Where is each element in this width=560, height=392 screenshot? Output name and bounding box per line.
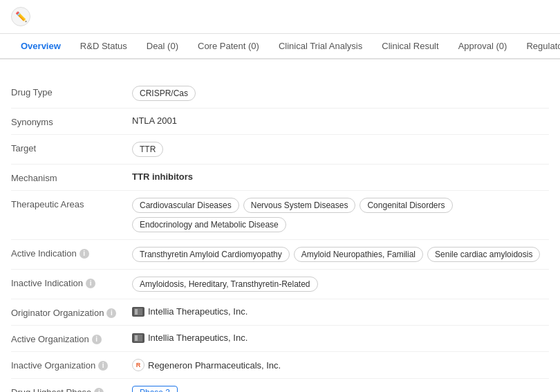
row-label: Synonyms xyxy=(11,115,132,127)
row-label: Drug Type xyxy=(11,86,132,97)
table-row: TargetTTR xyxy=(11,135,549,165)
info-icon[interactable]: i xyxy=(86,279,95,288)
row-label: Active Indicationi xyxy=(11,247,132,259)
row-label: Mechanism xyxy=(11,171,132,183)
tab-clinical-result[interactable]: Clinical Result xyxy=(372,34,448,59)
row-value: NTLA 2001 xyxy=(132,115,549,126)
organization-item[interactable]: Intellia Therapeutics, Inc. xyxy=(132,333,248,343)
tab-core-patent--0-[interactable]: Core Patent (0) xyxy=(188,34,269,59)
tab-deal--0-[interactable]: Deal (0) xyxy=(137,34,188,59)
table-row: Inactive OrganizationiRRegeneron Pharmac… xyxy=(11,352,549,379)
tag[interactable]: TTR xyxy=(132,142,163,157)
tag[interactable]: Nervous System Diseases xyxy=(243,198,356,213)
row-value: TTR xyxy=(132,142,549,157)
row-value: Intellia Therapeutics, Inc. xyxy=(132,333,549,343)
tag[interactable]: Endocrinology and Metabolic Disease xyxy=(132,217,286,232)
svg-rect-3 xyxy=(135,335,138,341)
tag[interactable]: Amyloid Neuropathies, Familial xyxy=(294,247,423,262)
org-name: Intellia Therapeutics, Inc. xyxy=(148,306,248,317)
org-name: Regeneron Pharmaceuticals, Inc. xyxy=(148,360,281,371)
row-value: Transthyretin Amyloid CardiomyopathyAmyl… xyxy=(132,247,549,262)
tab-approval--0-[interactable]: Approval (0) xyxy=(449,34,517,59)
table-row: Drug TypeCRISPR/Cas xyxy=(11,79,549,109)
table-row: Active IndicationiTransthyretin Amyloid … xyxy=(11,240,549,270)
phase-badge[interactable]: Phase 3 xyxy=(132,386,178,392)
row-label: Inactive Organizationi xyxy=(11,359,132,371)
table-row: Originator OrganizationiIntellia Therape… xyxy=(11,299,549,326)
table-row: Inactive IndicationiAmyloidosis, Heredit… xyxy=(11,270,549,299)
row-label: Target xyxy=(11,142,132,153)
organization-item[interactable]: Intellia Therapeutics, Inc. xyxy=(132,306,248,317)
info-icon[interactable]: i xyxy=(94,388,104,393)
tab-clinical-trial-analysis[interactable]: Clinical Trial Analysis xyxy=(269,34,372,59)
bold-value: TTR inhibitors xyxy=(132,171,193,182)
drug-icon: ✏️ xyxy=(11,7,30,26)
info-icon[interactable]: i xyxy=(80,249,89,259)
tab-r-d-status[interactable]: R&D Status xyxy=(71,34,137,59)
row-value: Cardiovascular DiseasesNervous System Di… xyxy=(132,198,549,232)
info-table: Drug TypeCRISPR/CasSynonymsNTLA 2001Targ… xyxy=(11,79,549,392)
table-row: Drug Highest PhaseiPhase 3 xyxy=(11,379,549,392)
svg-rect-1 xyxy=(135,309,138,315)
intellia-logo xyxy=(132,307,144,317)
page-header: ✏️ xyxy=(0,0,560,34)
org-name: Intellia Therapeutics, Inc. xyxy=(148,333,248,343)
row-value: Phase 3 xyxy=(132,386,549,392)
intellia-logo xyxy=(132,333,144,343)
table-row: Active OrganizationiIntellia Therapeutic… xyxy=(11,326,549,352)
table-row: MechanismTTR inhibitors xyxy=(11,165,549,191)
row-value: Amyloidosis, Hereditary, Transthyretin-R… xyxy=(132,277,549,292)
organization-item[interactable]: RRegeneron Pharmaceuticals, Inc. xyxy=(132,359,281,371)
tag[interactable]: Amyloidosis, Hereditary, Transthyretin-R… xyxy=(132,277,318,292)
table-row: SynonymsNTLA 2001 xyxy=(11,109,549,135)
row-label: Therapeutic Areas xyxy=(11,198,132,209)
row-value: RRegeneron Pharmaceuticals, Inc. xyxy=(132,359,549,371)
tag[interactable]: Senile cardiac amyloidosis xyxy=(427,247,540,262)
tab-overview[interactable]: Overview xyxy=(11,34,71,59)
table-row: Therapeutic AreasCardiovascular Diseases… xyxy=(11,191,549,240)
text-value: NTLA 2001 xyxy=(132,115,177,126)
row-value: CRISPR/Cas xyxy=(132,86,549,101)
row-label: Inactive Indicationi xyxy=(11,277,132,288)
tag[interactable]: Transthyretin Amyloid Cardiomyopathy xyxy=(132,247,290,262)
row-label: Drug Highest Phasei xyxy=(11,386,132,392)
info-icon[interactable]: i xyxy=(106,308,116,318)
row-value: TTR inhibitors xyxy=(132,171,549,182)
main-content: Drug TypeCRISPR/CasSynonymsNTLA 2001Targ… xyxy=(0,59,560,392)
info-icon[interactable]: i xyxy=(92,335,102,344)
tag[interactable]: Congenital Disorders xyxy=(360,198,452,213)
tag[interactable]: CRISPR/Cas xyxy=(132,86,196,101)
row-label: Originator Organizationi xyxy=(11,306,132,318)
row-label: Active Organizationi xyxy=(11,333,132,344)
tab-regulatory-review[interactable]: Regulatory Review xyxy=(516,34,560,59)
tag[interactable]: Cardiovascular Diseases xyxy=(132,198,239,213)
info-icon[interactable]: i xyxy=(98,361,108,371)
nav-tabs: OverviewR&D StatusDeal (0)Core Patent (0… xyxy=(0,34,560,59)
row-value: Intellia Therapeutics, Inc. xyxy=(132,306,549,317)
regeneron-logo: R xyxy=(132,359,144,371)
